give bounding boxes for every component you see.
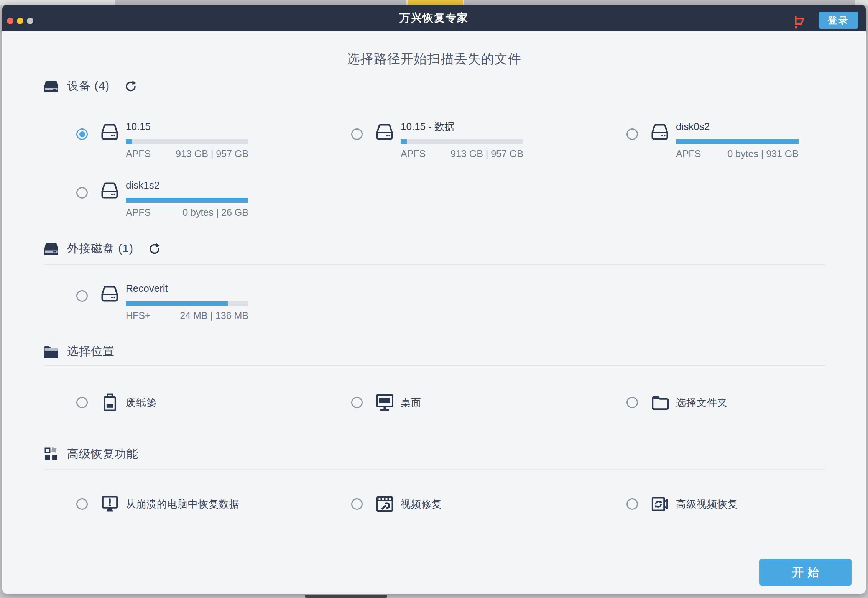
radio-button[interactable] <box>351 498 363 510</box>
device-name: Recoverit <box>126 283 248 294</box>
grid-squares-icon <box>43 447 59 462</box>
radio-button[interactable] <box>351 128 363 140</box>
cart-icon <box>792 14 807 30</box>
device-item-10-15-data[interactable]: 10.15 - 数据 APFS 913 GB | 957 GB <box>351 121 524 159</box>
size-label: 0 bytes | 26 GB <box>182 207 248 218</box>
device-info: 10.15 - 数据 APFS 913 GB | 957 GB <box>401 121 523 159</box>
device-name: disk1s2 <box>126 179 248 191</box>
device-info: Recoverit HFS+ 24 MB | 136 MB <box>126 283 248 321</box>
device-info: disk0s2 APFS 0 bytes | 931 GB <box>676 121 799 159</box>
hard-drive-outline-icon <box>100 181 119 200</box>
advanced-item-crashed-computer[interactable]: 从崩溃的电脑中恢复数据 <box>76 493 240 515</box>
divider <box>44 469 825 470</box>
location-label: 桌面 <box>401 396 421 409</box>
usage-bar-fill <box>126 198 248 203</box>
crashed-computer-icon <box>101 493 119 515</box>
usage-bar <box>676 139 799 144</box>
radio-button[interactable] <box>76 290 88 302</box>
window-title: 万兴恢复专家 <box>2 5 866 31</box>
usage-bar-fill <box>126 301 228 306</box>
location-item-choose-folder[interactable]: 选择文件夹 <box>626 392 728 413</box>
size-label: 0 bytes | 931 GB <box>727 148 799 159</box>
device-name: 10.15 <box>126 121 248 132</box>
hard-drive-outline-icon <box>100 284 119 303</box>
divider <box>44 365 825 366</box>
desktop-monitor-icon <box>376 392 394 413</box>
usage-bar-fill <box>676 139 799 144</box>
radio-button[interactable] <box>626 498 638 510</box>
device-item-disk1s2[interactable]: disk1s2 APFS 0 bytes | 26 GB <box>76 179 250 218</box>
location-label: 废纸篓 <box>126 396 157 409</box>
usage-bar <box>401 139 523 144</box>
filesystem-label: APFS <box>676 148 701 159</box>
video-repair-icon <box>376 493 394 515</box>
advanced-item-video-repair[interactable]: 视频修复 <box>351 493 442 515</box>
usage-bar <box>126 139 248 144</box>
hard-drive-outline-icon <box>100 123 119 141</box>
section-external-header: 外接磁盘 (1) <box>43 241 161 256</box>
divider <box>44 264 825 264</box>
size-label: 913 GB | 957 GB <box>176 148 248 159</box>
login-button[interactable]: 登录 <box>819 12 858 29</box>
radio-button[interactable] <box>76 397 88 408</box>
device-info: disk1s2 APFS 0 bytes | 26 GB <box>126 179 248 218</box>
hard-drive-outline-icon <box>650 123 669 141</box>
refresh-icon <box>125 80 137 92</box>
usage-bar <box>126 198 248 203</box>
device-name: 10.15 - 数据 <box>401 121 523 132</box>
section-advanced-title: 高级恢复功能 <box>67 446 138 462</box>
radio-button[interactable] <box>351 397 363 408</box>
cart-button[interactable] <box>791 13 808 31</box>
refresh-external-button[interactable] <box>148 242 161 255</box>
device-name: disk0s2 <box>676 121 799 132</box>
refresh-devices-button[interactable] <box>124 80 137 93</box>
size-label: 24 MB | 136 MB <box>180 310 248 321</box>
filesystem-label: APFS <box>126 148 151 159</box>
usage-bar <box>126 301 248 306</box>
advanced-label: 高级视频恢复 <box>676 498 738 511</box>
filesystem-label: HFS+ <box>126 310 151 321</box>
hard-drive-outline-icon <box>375 123 394 141</box>
device-item-disk0s2[interactable]: disk0s2 APFS 0 bytes | 931 GB <box>626 121 800 159</box>
refresh-icon <box>148 243 161 255</box>
folder-filled-icon <box>43 344 59 359</box>
hard-drive-filled-icon <box>43 241 59 256</box>
size-label: 913 GB | 957 GB <box>450 148 523 159</box>
folder-outline-icon <box>651 392 669 413</box>
usage-bar-fill <box>401 139 407 144</box>
titlebar: 万兴恢复专家 登录 <box>2 5 866 31</box>
filesystem-label: APFS <box>126 207 151 218</box>
section-external-title: 外接磁盘 (1) <box>67 241 133 256</box>
radio-button[interactable] <box>626 128 638 140</box>
trash-icon <box>101 392 119 413</box>
section-devices-title: 设备 (4) <box>67 78 110 94</box>
radio-button[interactable] <box>76 187 88 199</box>
login-label: 登录 <box>828 14 849 26</box>
advanced-label: 视频修复 <box>401 498 442 511</box>
device-item-10-15[interactable]: 10.15 APFS 913 GB | 957 GB <box>76 121 250 159</box>
device-info: 10.15 APFS 913 GB | 957 GB <box>126 121 248 159</box>
radio-button[interactable] <box>76 128 88 140</box>
location-label: 选择文件夹 <box>676 396 728 409</box>
start-button[interactable]: 开始 <box>760 559 852 586</box>
advanced-label: 从崩溃的电脑中恢复数据 <box>126 498 240 511</box>
desktop-behind-bottom <box>305 595 387 598</box>
usage-bar-fill <box>126 139 132 144</box>
hard-drive-filled-icon <box>43 79 59 94</box>
filesystem-label: APFS <box>401 148 426 159</box>
location-item-desktop[interactable]: 桌面 <box>351 392 421 413</box>
radio-button[interactable] <box>76 498 88 510</box>
section-devices-header: 设备 (4) <box>43 78 137 94</box>
advanced-video-recovery-icon <box>651 493 669 515</box>
advanced-item-advanced-video-recovery[interactable]: 高级视频恢复 <box>626 493 738 515</box>
radio-button[interactable] <box>626 397 638 408</box>
start-label: 开始 <box>788 565 823 580</box>
section-locations-header: 选择位置 <box>43 343 115 359</box>
section-advanced-header: 高级恢复功能 <box>43 446 138 462</box>
divider <box>44 102 825 102</box>
device-item-recoverit[interactable]: Recoverit HFS+ 24 MB | 136 MB <box>76 283 250 321</box>
location-item-trash[interactable]: 废纸篓 <box>76 392 157 413</box>
page-title: 选择路径开始扫描丢失的文件 <box>0 50 868 68</box>
section-locations-title: 选择位置 <box>67 343 115 359</box>
